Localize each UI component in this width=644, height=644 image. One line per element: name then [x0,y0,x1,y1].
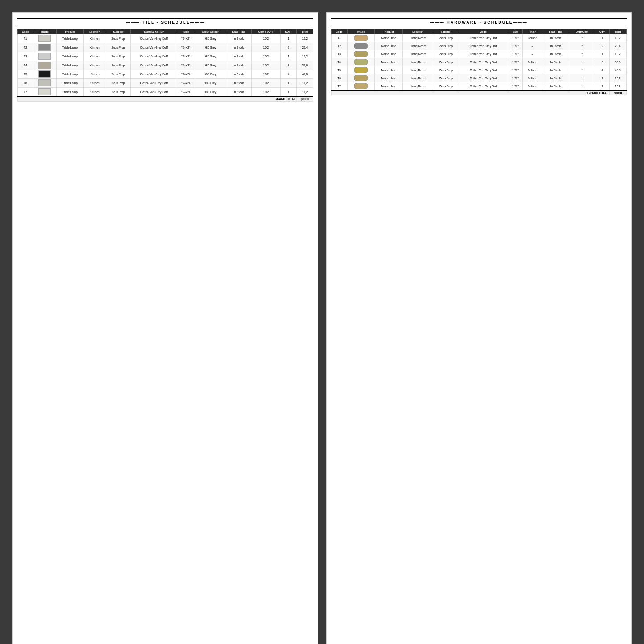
table-row: T7 Name Here Living Room Zeus Prop Cotto… [331,82,627,91]
col-grout: Grout Colour [195,29,226,34]
hardware-schedule-panel: HARDWARE - SCHEDULE Code Image Product L… [326,12,632,644]
table-row: T4 Name Here Living Room Zeus Prop Cotto… [331,58,627,66]
col-image: Image [33,29,56,34]
table-row: T5 Trible Lamp Kitchen Zeus Prop Cotton … [18,70,313,79]
col-total: Total [297,29,313,34]
col-code: Code [18,29,33,34]
table-row: T5 Name Here Living Room Zeus Prop Cotto… [331,66,627,74]
col-name-colour: Name & Colour [131,29,177,34]
table-row: T3 Trible Lamp Kitchen Zeus Prop Cotton … [18,52,313,61]
table-row: T4 Trible Lamp Kitchen Zeus Prop Cotton … [18,61,313,70]
col-sqft: SQFT [280,29,296,34]
table-row: T7 Trible Lamp Kitchen Zeus Prop Cotton … [18,88,313,97]
col-product: Product [56,29,83,34]
tile-grand-total-value: $8080 [297,97,313,102]
table-row: T2 Trible Lamp Kitchen Zeus Prop Cotton … [18,43,313,52]
tile-schedule-table: Code Image Product Location Supplier Nam… [17,29,313,102]
tile-grand-total-label: GRAND TOTAL [18,97,297,102]
col-location: Location [84,29,106,34]
hw-grand-total-label: GRAND TOTAL [331,90,609,95]
tile-schedule-title: TILE - SCHEDULE [17,18,313,26]
table-row: T1 Trible Lamp Kitchen Zeus Prop Cotton … [18,34,313,43]
col-cost-sqft: Cost / SQFT [251,29,280,34]
table-row: T2 Name Here Living Room Zeus Prop Cotto… [331,42,627,50]
hardware-schedule-table: Code Image Product Location Supplier Mod… [331,29,627,95]
table-row: T3 Name Here Living Room Zeus Prop Cotto… [331,50,627,58]
hardware-schedule-title: HARDWARE - SCHEDULE [331,18,627,26]
col-supplier: Supplier [106,29,131,34]
hw-grand-total-value: $8080 [609,90,626,95]
tile-schedule-panel: TILE - SCHEDULE Code Image Product Locat… [12,12,318,644]
table-row: T6 Trible Lamp Kitchen Zeus Prop Cotton … [18,79,313,88]
table-row: T6 Name Here Living Room Zeus Prop Cotto… [331,74,627,82]
col-lead: Lead Time [226,29,252,34]
table-row: T1 Name Here Living Room Zeus Prop Cotto… [331,34,627,42]
col-size: Size [177,29,195,34]
